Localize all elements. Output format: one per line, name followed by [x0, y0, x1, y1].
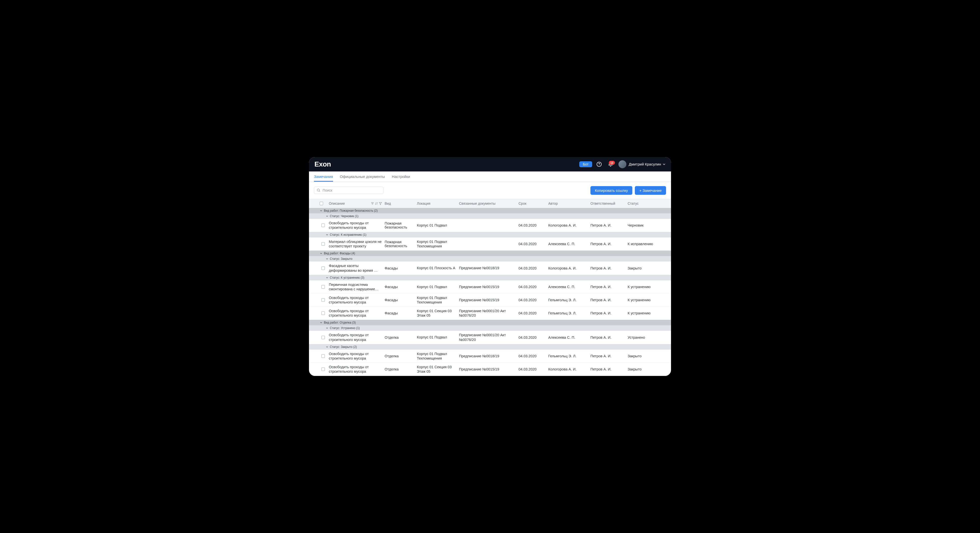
cell-location: Корпус 01 Плоскость А	[417, 266, 459, 270]
row-checkbox[interactable]	[321, 311, 325, 315]
search-box[interactable]	[314, 187, 383, 194]
list-icon[interactable]	[371, 202, 374, 205]
table-row[interactable]: Фасадные касеты деформированы во время ……	[309, 262, 671, 275]
bot-button[interactable]: Бот	[579, 161, 592, 167]
chevron-down-icon	[320, 209, 322, 212]
chevron-down-icon	[326, 327, 328, 329]
row-checkbox[interactable]	[321, 266, 325, 270]
cell-responsible: Петров А. И.	[590, 223, 628, 227]
row-checkbox[interactable]	[321, 354, 325, 358]
tab-documents[interactable]: Официальные документы	[340, 171, 385, 182]
cell-type: Пожарная безопасность	[385, 221, 417, 229]
chevron-down-icon	[320, 321, 322, 324]
row-checkbox[interactable]	[321, 242, 325, 246]
cell-author: Гельмгольц Э. Л.	[548, 298, 590, 302]
table-row[interactable]: Освободить проходы от строительного мусо…	[309, 307, 671, 320]
cell-date: 04.03.2020	[519, 242, 548, 246]
notifications-button[interactable]: 12	[606, 160, 615, 169]
cell-type: Фасады	[385, 311, 417, 315]
cell-responsible: Петров А. И.	[590, 242, 628, 246]
subgroup-label: Статус: Закрыто (2)	[330, 345, 357, 349]
help-icon	[597, 161, 602, 167]
subgroup-label: Статус: Черновик (1)	[330, 214, 359, 218]
avatar[interactable]	[619, 160, 627, 168]
cell-location: Корпус 01 Секция 03 Этаж 05	[417, 365, 459, 374]
subgroup-label: Статус: К исправлению (1)	[330, 233, 366, 236]
row-checkbox[interactable]	[321, 367, 325, 371]
tab-settings[interactable]: Настройки	[392, 171, 410, 182]
cell-date: 04.03.2020	[519, 311, 548, 315]
cell-responsible: Петров А. И.	[590, 335, 628, 340]
table-row[interactable]: Первичная подсистема смонтирована с нару…	[309, 280, 671, 294]
help-button[interactable]	[595, 160, 604, 169]
th-documents[interactable]: Связанные документы	[459, 201, 519, 206]
user-menu[interactable]: Дмитрий Красулин	[629, 162, 666, 166]
group-header[interactable]: Вид работ: Фасады (4)	[309, 251, 671, 256]
subgroup-header[interactable]: Статус: Закрыто	[309, 256, 671, 262]
row-checkbox[interactable]	[321, 298, 325, 302]
table-header: Описание Вид Локация Связанные документы…	[309, 199, 671, 208]
cell-date: 04.03.2020	[519, 298, 548, 302]
svg-point-1	[599, 165, 599, 166]
cell-date: 04.03.2020	[519, 367, 548, 371]
cell-description: Освободить проходы от строительного мусо…	[329, 221, 385, 230]
th-status[interactable]: Статус	[628, 201, 666, 206]
cell-location: Корпус 01 Подвал Техпомещения	[417, 295, 459, 305]
table-row[interactable]: Освободить проходы от строительного мусо…	[309, 363, 671, 376]
search-input[interactable]	[323, 188, 381, 192]
table-row[interactable]: Освободить проходы от строительного мусо…	[309, 294, 671, 307]
tab-comments[interactable]: Замечания	[314, 171, 333, 182]
group-header[interactable]: Вид работ: Пожарная безопасность (2)	[309, 208, 671, 214]
add-comment-button[interactable]: + Замечание	[635, 186, 666, 195]
row-checkbox[interactable]	[321, 285, 325, 289]
chevron-down-icon	[326, 258, 328, 260]
table-row[interactable]: Освободить проходы от строительного мусо…	[309, 331, 671, 344]
filter-icon[interactable]	[379, 202, 382, 205]
cell-status: Закрыто	[628, 367, 666, 371]
notifications-badge: 12	[609, 161, 615, 165]
cell-author: Гельмгольц Э. Л.	[548, 311, 590, 315]
cell-type: Фасады	[385, 266, 417, 270]
copy-link-button[interactable]: Копировать ссылку	[590, 186, 633, 195]
table-row[interactable]: Материал облицовки цоколя не соответству…	[309, 238, 671, 251]
subgroup-header[interactable]: Статус: Закрыто (2)	[309, 344, 671, 349]
cell-status: Закрыто	[628, 266, 666, 270]
cell-author: Кологорова А. И.	[548, 367, 590, 371]
cell-description: Освободить проходы от строительного мусо…	[329, 333, 385, 342]
cell-type: Отделка	[385, 354, 417, 358]
toolbar: Копировать ссылку + Замечание	[309, 182, 671, 199]
subgroup-header[interactable]: Статус: К устранению (3)	[309, 275, 671, 280]
row-checkbox[interactable]	[321, 223, 325, 227]
subgroup-header[interactable]: Статус: Черновик (1)	[309, 214, 671, 219]
row-checkbox[interactable]	[321, 336, 325, 339]
cell-date: 04.03.2020	[519, 266, 548, 270]
cell-responsible: Петров А. И.	[590, 298, 628, 302]
table-row[interactable]: Освободить проходы от строительного мусо…	[309, 349, 671, 363]
sort-icon[interactable]	[375, 202, 378, 205]
th-description[interactable]: Описание	[329, 201, 345, 206]
th-responsible[interactable]: Ответственный	[590, 201, 628, 206]
cell-location: Корпус 01 Секция 03 Этаж 05	[417, 309, 459, 318]
th-type[interactable]: Вид	[385, 201, 417, 206]
subgroup-header[interactable]: Статус: К исправлению (1)	[309, 232, 671, 238]
th-author[interactable]: Автор	[548, 201, 590, 206]
cell-documents: Предписание №0015/19	[459, 367, 519, 372]
group-label: Вид работ: Фасады (4)	[324, 252, 355, 255]
th-date[interactable]: Срок	[519, 201, 548, 206]
select-all-checkbox[interactable]	[320, 202, 323, 205]
cell-status: К исправлению	[628, 242, 666, 246]
table-row[interactable]: Освободить проходы от строительного мусо…	[309, 219, 671, 232]
cell-status: К устранению	[628, 298, 666, 302]
subgroup-label: Статус: К устранению (3)	[330, 276, 364, 279]
topbar: Exon Бот 12 Дмитрий Красулин	[309, 157, 671, 171]
table-body: Вид работ: Пожарная безопасность (2)Стат…	[309, 208, 671, 376]
cell-status: Устранено	[628, 335, 666, 340]
group-header[interactable]: Вид работ: Отделка (3)	[309, 320, 671, 325]
app-window: Exon Бот 12 Дмитрий Красулин Замечания О…	[309, 157, 671, 376]
cell-documents: Предписание №0001/20 Акт №0076/20	[459, 309, 519, 318]
cell-documents: Предписание №0015/19	[459, 285, 519, 289]
subgroup-header[interactable]: Статус: Устранено (1)	[309, 325, 671, 331]
th-location[interactable]: Локация	[417, 201, 459, 206]
cell-author: Кологорова А. И.	[548, 266, 590, 270]
cell-responsible: Петров А. И.	[590, 311, 628, 315]
